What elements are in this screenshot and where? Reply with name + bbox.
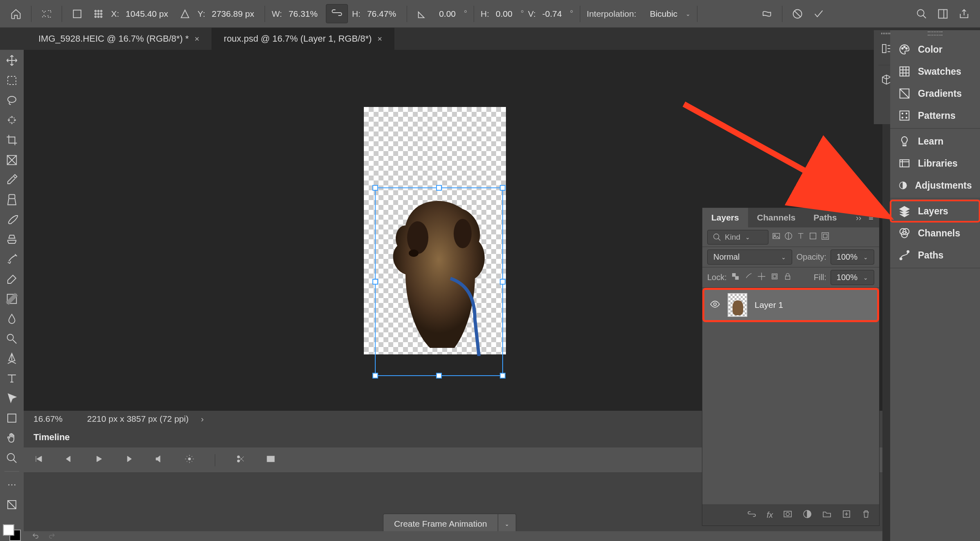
undo-icon[interactable] <box>31 532 40 540</box>
path-select-tool[interactable] <box>3 390 21 407</box>
filter-shape-icon[interactable] <box>808 232 817 243</box>
gradient-tool[interactable] <box>3 291 21 307</box>
healing-brush-tool[interactable] <box>3 191 21 208</box>
adjustment-layer-icon[interactable] <box>802 509 812 521</box>
y-field[interactable]: Y:2736.89 px <box>198 7 258 20</box>
document-tab[interactable]: IMG_5928.HEIC @ 16.7% (RGB/8*) *× <box>26 28 212 50</box>
filter-pixel-icon[interactable] <box>772 232 781 243</box>
panel-menu-icon[interactable]: ≡ <box>869 213 873 223</box>
link-aspect-button[interactable] <box>326 4 348 23</box>
layer-fx-icon[interactable]: fx <box>766 510 773 520</box>
blur-tool[interactable] <box>3 311 21 327</box>
panel-gradients[interactable]: Gradients <box>890 82 980 105</box>
h-field[interactable]: H:76.47% <box>352 7 400 20</box>
prev-frame-button[interactable] <box>64 454 74 466</box>
eraser-tool[interactable] <box>3 271 21 287</box>
transition-button[interactable] <box>266 454 276 466</box>
document-tab[interactable]: roux.psd @ 16.7% (Layer 1, RGB/8*)× <box>212 28 394 50</box>
panel-adjustments[interactable]: Adjustments <box>890 174 980 196</box>
channels-tab[interactable]: Channels <box>748 208 805 227</box>
lock-position-icon[interactable] <box>757 272 766 283</box>
collapse-panel-icon[interactable]: ›› <box>856 213 861 223</box>
color-swatches[interactable] <box>3 524 21 541</box>
timeline-settings-icon[interactable] <box>185 454 194 466</box>
angle-field[interactable]: 0.00 <box>435 7 460 20</box>
status-menu-chevron-icon[interactable]: › <box>201 414 204 424</box>
layer-row[interactable]: Layer 1 <box>703 289 878 321</box>
panel-swatches[interactable]: Swatches <box>890 60 980 82</box>
crop-tool[interactable] <box>3 132 21 149</box>
zoom-tool[interactable] <box>3 450 21 466</box>
filter-type-icon[interactable] <box>796 232 805 243</box>
square-icon[interactable] <box>69 5 86 22</box>
panel-layers[interactable]: Layers <box>890 200 980 222</box>
panel-color[interactable]: Color <box>890 38 980 60</box>
marquee-tool[interactable] <box>3 72 21 89</box>
add-mask-icon[interactable] <box>783 509 793 521</box>
w-field[interactable]: W:76.31% <box>272 7 322 20</box>
next-frame-button[interactable] <box>124 454 134 466</box>
layer-thumbnail[interactable] <box>728 293 747 317</box>
quick-select-tool[interactable] <box>3 112 21 129</box>
panel-learn[interactable]: Learn <box>890 130 980 152</box>
grid-dots-icon[interactable] <box>90 5 107 22</box>
hskew-field[interactable]: H:0.00 <box>481 7 517 20</box>
lock-all-icon[interactable] <box>783 272 792 283</box>
commit-transform-button[interactable] <box>810 5 827 22</box>
new-layer-icon[interactable] <box>842 509 851 521</box>
home-button[interactable] <box>7 5 24 22</box>
interpolation-field[interactable]: Interpolation: Bicubic⌄ <box>587 7 690 20</box>
first-frame-button[interactable] <box>33 454 43 466</box>
type-tool[interactable] <box>3 370 21 387</box>
close-tab-icon[interactable]: × <box>194 34 199 44</box>
group-layers-icon[interactable] <box>822 509 832 521</box>
frame-tool[interactable] <box>3 151 21 168</box>
redo-icon[interactable] <box>47 532 56 540</box>
clone-stamp-tool[interactable] <box>3 231 21 248</box>
lock-paint-icon[interactable] <box>744 272 753 283</box>
play-button[interactable] <box>94 454 104 466</box>
lock-artboard-icon[interactable] <box>770 272 779 283</box>
mute-button[interactable] <box>154 454 164 466</box>
opacity-field[interactable]: 100%⌄ <box>831 249 874 265</box>
link-layers-icon[interactable] <box>747 509 757 521</box>
move-tool[interactable] <box>3 52 21 69</box>
visibility-toggle-icon[interactable] <box>710 299 720 312</box>
cancel-transform-button[interactable] <box>789 5 806 22</box>
filter-adjust-icon[interactable] <box>784 232 793 243</box>
lock-transparency-icon[interactable] <box>731 272 740 283</box>
color-mode-icon[interactable] <box>3 496 21 513</box>
x-field[interactable]: X:1045.40 px <box>111 7 172 20</box>
close-tab-icon[interactable]: × <box>377 34 382 44</box>
lasso-tool[interactable] <box>3 92 21 109</box>
zoom-level[interactable]: 16.67% <box>33 414 62 424</box>
panel-paths[interactable]: Paths <box>890 244 980 266</box>
layer-name[interactable]: Layer 1 <box>755 300 783 310</box>
delete-layer-icon[interactable] <box>861 509 871 521</box>
history-brush-tool[interactable] <box>3 251 21 268</box>
shape-tool[interactable] <box>3 410 21 427</box>
filter-kind-select[interactable]: Kind⌄ <box>707 230 768 245</box>
edit-toolbar-icon[interactable]: ⋯ <box>3 476 21 493</box>
brush-tool[interactable] <box>3 211 21 228</box>
blend-mode-select[interactable]: Normal⌄ <box>707 249 792 265</box>
eyedropper-tool[interactable] <box>3 171 21 188</box>
reference-point-icon[interactable] <box>38 5 55 22</box>
vskew-field[interactable]: V:-0.74 <box>528 7 566 20</box>
layers-tab[interactable]: Layers <box>702 208 748 227</box>
filter-smart-icon[interactable] <box>821 232 830 243</box>
paths-tab[interactable]: Paths <box>804 208 846 227</box>
hand-tool[interactable] <box>3 430 21 447</box>
search-icon[interactable] <box>913 5 930 22</box>
warp-mode-icon[interactable] <box>758 5 775 22</box>
share-icon[interactable] <box>956 5 973 22</box>
dodge-tool[interactable] <box>3 330 21 347</box>
document-dimensions[interactable]: 2210 px x 3857 px (72 ppi) <box>87 414 189 424</box>
panel-patterns[interactable]: Patterns <box>890 105 980 127</box>
workspace-icon[interactable] <box>934 5 951 22</box>
panel-channels[interactable]: Channels <box>890 222 980 244</box>
split-clip-button[interactable] <box>236 454 245 466</box>
pen-tool[interactable] <box>3 350 21 367</box>
delta-icon[interactable] <box>176 5 194 22</box>
fill-field[interactable]: 100%⌄ <box>831 270 874 285</box>
